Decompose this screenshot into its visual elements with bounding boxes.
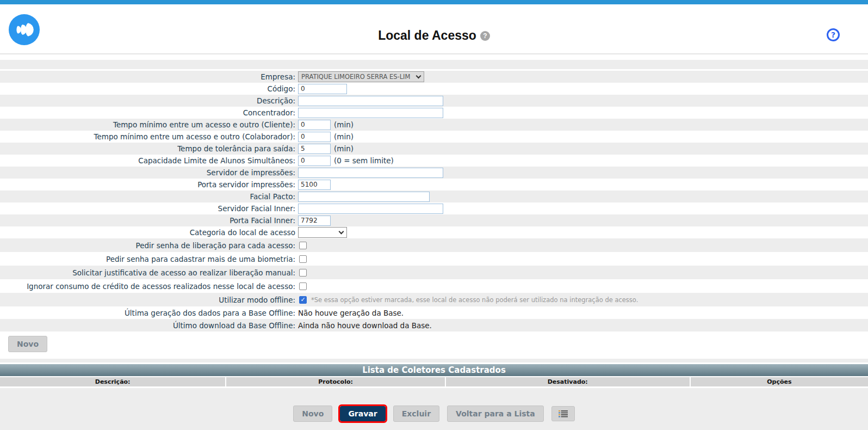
capacidade-suffix: (0 = sem limite): [334, 156, 394, 165]
ignorar-consumo-label: Ignorar consumo de crédito de acessos re…: [0, 282, 298, 291]
column-desativado[interactable]: Desativado:: [446, 377, 690, 386]
modo-offline-checkbox[interactable]: [299, 296, 307, 304]
tempo-colaborador-label: Tempo mínimo entre um acesso e outro (Co…: [0, 132, 298, 141]
servidor-facial-inner-input[interactable]: [298, 204, 443, 214]
form-row-porta-facial-inner: Porta Facial Inner:: [0, 214, 868, 226]
form-row-geracao-base: Última geração dos dados para a Base Off…: [0, 306, 868, 319]
list-icon: [559, 410, 568, 417]
local-acesso-form: Empresa: PRATIQUE LIMOEIRO SERRA ES-LIM …: [0, 60, 868, 331]
geracao-base-label: Última geração dos dados para a Base Off…: [0, 309, 298, 317]
form-row-pedir-senha-liberacao: Pedir senha de liberação para cada acess…: [0, 238, 868, 252]
column-protocolo[interactable]: Protocolo:: [226, 377, 445, 386]
codigo-label: Código:: [0, 84, 298, 93]
coletores-table-header: Descrição: Protocolo: Desativado: Opções: [0, 377, 868, 386]
form-row-modo-offline: Utilizar modo offline: *Se essa opção es…: [0, 293, 868, 306]
facial-pacto-input[interactable]: [298, 192, 430, 202]
categoria-label: Categoria do local de acesso: [0, 228, 298, 237]
form-row-tempo-colaborador: Tempo mínimo entre um acesso e outro (Co…: [0, 131, 868, 143]
chevron-down-icon: [339, 229, 344, 235]
descricao-input[interactable]: [298, 96, 443, 106]
form-row-pedir-senha-biometria: Pedir senha para cadastrar mais de uma b…: [0, 252, 868, 266]
top-accent-bar: [0, 0, 868, 4]
servidor-impressoes-input[interactable]: [298, 168, 443, 178]
form-row-porta-impressoes: Porta servidor impressões:: [0, 179, 868, 191]
solicitar-justificativa-checkbox[interactable]: [299, 269, 307, 277]
tempo-cliente-label: Tempo mínimo entre um acesso e outro (Cl…: [0, 120, 298, 129]
base-offline-geracao-value: Não houve geração da Base.: [298, 309, 404, 317]
ignorar-consumo-checkbox[interactable]: [299, 282, 307, 290]
tempo-cliente-input[interactable]: [298, 120, 331, 130]
empresa-select-value: PRATIQUE LIMOEIRO SERRA ES-LIM: [301, 73, 410, 81]
porta-impressoes-input[interactable]: [298, 180, 331, 190]
capacidade-label: Capacidade Limite de Alunos Simultâneos:: [0, 156, 298, 165]
porta-impressoes-label: Porta servidor impressões:: [0, 180, 298, 189]
form-row-servidor-facial-inner: Servidor Facial Inner:: [0, 202, 868, 214]
coletores-section-header: Lista de Coletores Cadastrados: [0, 364, 868, 376]
gravar-button[interactable]: Gravar: [340, 406, 385, 421]
tempo-colaborador-suffix: (min): [334, 132, 354, 141]
form-row-ignorar-consumo: Ignorar consumo de crédito de acessos re…: [0, 279, 868, 293]
pedir-senha-liberacao-checkbox[interactable]: [299, 242, 307, 249]
pedir-senha-liberacao-label: Pedir senha de liberação para cada acess…: [0, 241, 298, 250]
porta-facial-inner-input[interactable]: [298, 216, 331, 226]
form-row-tolerancia: Tempo de tolerância para saída: (min): [0, 143, 868, 155]
novo-button[interactable]: Novo: [293, 406, 332, 422]
log-list-button[interactable]: [551, 406, 575, 421]
footer-bar: Novo Gravar Excluir Voltar para a Lista: [0, 388, 868, 430]
form-row-download-base: Último download da Base Offline: Ainda n…: [0, 319, 868, 331]
pedir-senha-biometria-checkbox[interactable]: [299, 255, 307, 263]
help-icon[interactable]: ?: [827, 28, 840, 41]
modo-offline-label: Utilizar modo offline:: [0, 296, 298, 304]
capacidade-input[interactable]: [298, 156, 331, 166]
voltar-lista-button[interactable]: Voltar para a Lista: [447, 406, 544, 422]
form-row-concentrador: Concentrador:: [0, 107, 868, 119]
empty-stripe: [0, 359, 868, 363]
empresa-select[interactable]: PRATIQUE LIMOEIRO SERRA ES-LIM: [298, 71, 424, 82]
servidor-impressoes-label: Servidor de impressões:: [0, 168, 298, 177]
column-opcoes[interactable]: Opções: [691, 377, 868, 386]
form-row-codigo: Código:: [0, 83, 868, 95]
pedir-senha-biometria-label: Pedir senha para cadastrar mais de uma b…: [0, 255, 298, 263]
excluir-button[interactable]: Excluir: [393, 406, 439, 422]
page-header: Local de Acesso? ?: [0, 4, 868, 54]
concentrador-input[interactable]: [298, 108, 443, 118]
empresa-label: Empresa:: [0, 72, 298, 81]
chevron-down-icon: [416, 73, 421, 79]
tolerancia-input[interactable]: [298, 144, 331, 154]
tempo-cliente-suffix: (min): [334, 120, 354, 129]
download-base-label: Último download da Base Offline:: [0, 321, 298, 330]
form-row-capacidade: Capacidade Limite de Alunos Simultâneos:…: [0, 155, 868, 167]
form-row-descricao: Descrição:: [0, 95, 868, 107]
page-title: Local de Acesso: [378, 28, 476, 43]
form-row-solicitar-justificativa: Solicitar justificativa de acesso ao rea…: [0, 266, 868, 279]
form-row-categoria: Categoria do local de acesso: [0, 226, 868, 238]
modo-offline-note: *Se essa opção estiver marcada, esse loc…: [311, 296, 638, 304]
concentrador-label: Concentrador:: [0, 108, 298, 117]
tolerancia-label: Tempo de tolerância para saída:: [0, 144, 298, 153]
tolerancia-suffix: (min): [334, 144, 354, 153]
form-row-empresa: Empresa: PRATIQUE LIMOEIRO SERRA ES-LIM: [0, 71, 868, 83]
solicitar-justificativa-label: Solicitar justificativa de acesso ao rea…: [0, 268, 298, 277]
servidor-facial-inner-label: Servidor Facial Inner:: [0, 204, 298, 213]
porta-facial-inner-label: Porta Facial Inner:: [0, 216, 298, 225]
column-descricao[interactable]: Descrição:: [0, 377, 225, 386]
descricao-label: Descrição:: [0, 96, 298, 105]
tempo-colaborador-input[interactable]: [298, 132, 331, 142]
facial-pacto-label: Facial Pacto:: [0, 192, 298, 201]
categoria-select[interactable]: [298, 227, 347, 238]
novo-button-top[interactable]: Novo: [8, 336, 47, 352]
title-help-icon[interactable]: ?: [480, 31, 490, 41]
form-row-tempo-cliente: Tempo mínimo entre um acesso e outro (Cl…: [0, 119, 868, 131]
empty-stripe: [0, 60, 868, 69]
form-row-servidor-impressoes: Servidor de impressões:: [0, 167, 868, 179]
codigo-input[interactable]: [298, 84, 347, 94]
form-row-facial-pacto: Facial Pacto:: [0, 191, 868, 202]
base-offline-download-value: Ainda não houve download da Base.: [298, 321, 432, 330]
